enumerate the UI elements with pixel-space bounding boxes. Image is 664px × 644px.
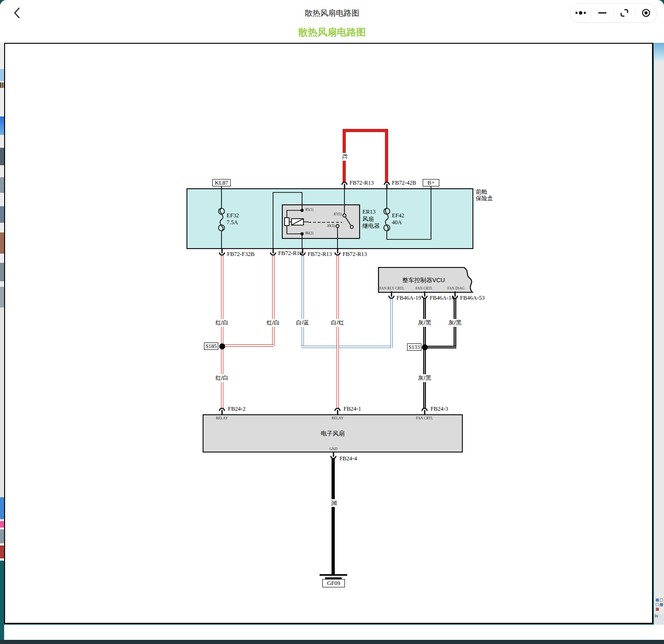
wire-gray-black-1 xyxy=(423,298,426,408)
fusebox-name-line2: 保险盒 xyxy=(476,195,493,203)
pin-label: FB72-42B xyxy=(392,180,416,186)
fan-gnd-function: GND xyxy=(329,447,337,451)
vcu-title: 整车控制器VCU xyxy=(389,276,458,284)
splice-dot-s185 xyxy=(219,343,225,349)
page-title: 散热风扇电路图 xyxy=(0,8,664,18)
close-record-icon[interactable] xyxy=(635,8,657,18)
fuse-rating: 40A xyxy=(392,219,402,226)
wire-white-blue-riser xyxy=(390,298,393,348)
pin-label: FB72-R13 xyxy=(343,251,367,258)
relay-terminal-87: 87(5) xyxy=(330,212,342,216)
connector-pin xyxy=(334,407,341,415)
vcu-function: FAN RLY CRTL xyxy=(379,286,404,290)
fan-function: FAN CRTL xyxy=(416,416,433,420)
fuse-id: EF32 xyxy=(227,212,239,219)
relay-terminal-30: 30(3) xyxy=(323,224,335,228)
pin-label: FB24-4 xyxy=(339,455,357,462)
connector-pin xyxy=(388,291,395,300)
terminal-tag-bplus: B+ xyxy=(423,179,439,186)
pin-label: FB24-2 xyxy=(228,406,245,412)
wire-color-label: 红/白 xyxy=(215,319,229,327)
diagram-title: 散热风扇电路图 xyxy=(0,26,664,39)
terminal-tag-kl87: KL87 xyxy=(212,179,231,186)
vcu-function: FAN DIAG xyxy=(447,286,464,290)
splice-tag-s133: S133 xyxy=(407,343,421,351)
pin-label: FB24-3 xyxy=(431,406,448,412)
window-controls xyxy=(570,3,657,23)
wire-color-label: 灰/黑 xyxy=(448,319,462,327)
fuse-id: EF42 xyxy=(392,212,404,219)
relay-name-line2: 继电器 xyxy=(362,222,380,230)
pin-label: FB72-R13 xyxy=(308,251,332,258)
red-jumper-wire xyxy=(343,129,388,132)
wire-white-blue-horizontal xyxy=(301,346,393,348)
wire-red-white-1 xyxy=(221,255,223,408)
pin-label: FB72-R13 xyxy=(349,180,374,186)
wire-red-white-splice-link xyxy=(221,344,274,347)
connector-pin xyxy=(269,248,277,256)
fan-function: RELAY xyxy=(332,416,344,420)
screen: lo xyxy=(0,0,664,644)
app-header: 散热风扇电路图 散热风扇电路图 xyxy=(0,0,664,43)
wire-color-label: 白/红 xyxy=(330,319,345,327)
connector-pin xyxy=(218,248,226,256)
pin-label: FB72-R13 xyxy=(278,250,303,257)
pin-label: FB46A-19 xyxy=(396,295,421,302)
vcu-function: FAN CRTL xyxy=(415,286,432,290)
wire-gray-black-splice-link xyxy=(423,346,456,348)
connector-pin xyxy=(341,181,348,189)
restore-icon[interactable] xyxy=(613,8,635,18)
splice-tag-s185: S185 xyxy=(204,342,218,350)
relay-id: ER13 xyxy=(362,209,375,215)
fan-function: RELAY xyxy=(216,416,228,420)
pin-label: FB24-1 xyxy=(344,406,361,412)
wire-color-label: 红/白 xyxy=(266,319,280,327)
connector-pin xyxy=(421,291,428,300)
red-jumper-wire xyxy=(385,129,388,182)
minimize-icon[interactable] xyxy=(591,8,613,18)
relay-terminal-85: 85(1) xyxy=(305,208,313,212)
connector-pin xyxy=(330,452,337,460)
wire-color-label: 红/白 xyxy=(215,374,229,382)
connector-pin xyxy=(421,407,428,415)
wire-color-label-black: 黑 xyxy=(330,499,338,507)
wire-white-red xyxy=(337,255,339,408)
wire-color-label-red: 红 xyxy=(341,153,349,161)
ground-wire-black xyxy=(332,458,335,575)
wire-color-label: 灰/黑 xyxy=(417,319,432,327)
wire-color-label: 灰/黑 xyxy=(417,374,432,382)
pin-label: FB46A-14 xyxy=(430,295,454,302)
pin-label: FB46A-53 xyxy=(460,295,484,302)
pin-label: FB72-F32B xyxy=(227,251,255,258)
wire-white-blue xyxy=(302,255,304,348)
wire-red-white-2 xyxy=(272,255,274,346)
fuse-rating: 7.5A xyxy=(227,219,238,226)
splice-dot-s133 xyxy=(422,344,428,350)
connector-pin xyxy=(334,248,341,256)
more-icon[interactable] xyxy=(570,8,591,18)
fan-title: 电子风扇 xyxy=(203,429,463,438)
connector-pin xyxy=(218,407,226,415)
relay-terminal-86: 86(2) xyxy=(305,231,313,235)
ground-tag-gf09: GF09 xyxy=(322,579,345,587)
wire-color-label: 白/蓝 xyxy=(295,319,310,327)
connector-pin xyxy=(383,181,390,189)
